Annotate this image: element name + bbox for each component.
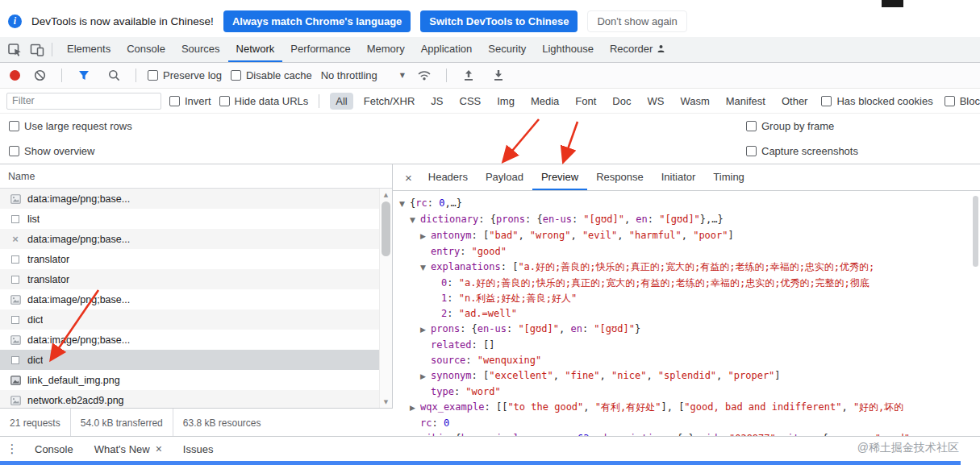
tab-security[interactable]: Security (480, 37, 534, 62)
request-row-dict[interactable]: dict (0, 309, 392, 330)
expand-arrow-icon[interactable]: ▶ (420, 369, 431, 384)
invert-checkbox[interactable]: Invert (169, 95, 211, 107)
device-toolbar-icon[interactable] (27, 39, 48, 60)
capture-screenshots-checkbox[interactable]: Capture screenshots (746, 145, 858, 157)
detail-tab-headers[interactable]: Headers (419, 164, 477, 190)
filter-type-wasm[interactable]: Wasm (674, 93, 715, 110)
export-har-icon[interactable] (488, 65, 509, 86)
image-icon (10, 396, 21, 405)
preserve-log-checkbox[interactable]: Preserve log (148, 69, 222, 81)
request-list-scrollbar[interactable]: ▲ ▼ (379, 189, 392, 408)
filter-type-doc[interactable]: Doc (607, 93, 636, 110)
expand-arrow-icon[interactable]: ▶ (420, 229, 431, 244)
tab-lighthouse[interactable]: Lighthouse (534, 37, 602, 62)
tab-network[interactable]: Network (228, 37, 283, 62)
expand-arrow-icon[interactable]: ▶ (410, 401, 420, 416)
tab-application[interactable]: Application (413, 37, 481, 62)
close-icon[interactable]: × (405, 172, 412, 184)
preview-tree-line[interactable]: 0: "a.好的;善良的;快乐的;真正的;宽大的;有益的;老练的;幸福的;忠实的… (399, 276, 980, 291)
always-match-language-button[interactable]: Always match Chrome's language (223, 10, 411, 32)
drawer-tab-issues[interactable]: Issues (173, 437, 224, 461)
preview-tree-line[interactable]: 2: "ad.=well" (399, 306, 980, 322)
show-overview-checkbox[interactable]: Show overview (9, 145, 94, 157)
filter-type-fetch-xhr[interactable]: Fetch/XHR (358, 93, 421, 110)
preview-tree-line[interactable]: 1: "n.利益;好处;善良;好人" (399, 291, 980, 306)
filter-type-font[interactable]: Font (569, 93, 602, 110)
close-icon[interactable]: × (156, 443, 162, 455)
filter-type-media[interactable]: Media (525, 93, 565, 110)
detail-tab-payload[interactable]: Payload (477, 164, 532, 190)
name-column-header[interactable]: Name (0, 164, 392, 189)
network-conditions-icon[interactable] (414, 65, 435, 86)
detail-tab-response[interactable]: Response (587, 164, 653, 190)
blocked-requests-checkbox[interactable]: Blocked R (945, 95, 980, 107)
tab-performance[interactable]: Performance (282, 37, 358, 62)
preview-tree-line[interactable]: ▼{rc: 0,…} (399, 196, 980, 212)
preview-tree-line[interactable]: ▶prons: {en-us: "[gʊd]", en: "[gʊd]"} (399, 322, 980, 338)
preview-tree-line[interactable]: entry: "good" (399, 244, 980, 259)
request-row-data-image-png-base[interactable]: data:image/png;base... (0, 289, 392, 309)
request-row-list[interactable]: list (0, 209, 392, 229)
scrollbar-thumb[interactable] (382, 201, 390, 256)
request-row-data-image-png-base[interactable]: data:image/png;base... (0, 189, 392, 209)
preview-tree-line[interactable]: ▼dictionary: {prons: {en-us: "[gʊd]", en… (399, 212, 980, 228)
preview-tree-line[interactable]: type: "word" (399, 384, 980, 400)
has-blocked-cookies-checkbox[interactable]: Has blocked cookies (821, 95, 932, 107)
request-row-dict[interactable]: dict (0, 350, 392, 370)
drawer-tab-console[interactable]: Console (24, 437, 84, 461)
detail-tab-timing[interactable]: Timing (704, 164, 753, 190)
import-har-icon[interactable] (458, 65, 479, 86)
filter-type-manifest[interactable]: Manifest (720, 93, 771, 110)
preview-tree-line[interactable]: rc: 0 (399, 416, 980, 431)
filter-input[interactable] (6, 93, 161, 110)
clear-icon[interactable] (29, 65, 50, 86)
request-row-link-default-img-png[interactable]: link_default_img.png (0, 370, 392, 390)
filter-type-all[interactable]: All (330, 93, 352, 110)
drawer-tab-what-s-new[interactable]: What's New× (84, 437, 173, 461)
expand-arrow-icon[interactable]: ▶ (420, 322, 431, 338)
filter-type-other[interactable]: Other (776, 93, 814, 110)
collapse-arrow-icon[interactable]: ▼ (420, 260, 431, 276)
record-button[interactable] (10, 70, 20, 81)
request-row-network-eb2acd9-png[interactable]: network.eb2acd9.png (0, 390, 392, 408)
group-by-frame-checkbox[interactable]: Group by frame (746, 120, 834, 132)
filter-type-js[interactable]: JS (425, 93, 448, 110)
switch-devtools-chinese-button[interactable]: Switch DevTools to Chinese (420, 10, 578, 32)
tab-recorder[interactable]: Recorder (602, 37, 673, 62)
kebab-menu-icon[interactable]: ⋮ (0, 442, 24, 456)
preview-tree-line[interactable]: ▼explanations: ["a.好的;善良的;快乐的;真正的;宽大的;有益… (399, 259, 980, 276)
tab-sources[interactable]: Sources (173, 37, 228, 62)
disable-cache-checkbox[interactable]: Disable cache (231, 69, 312, 81)
inspect-element-icon[interactable] (4, 39, 25, 60)
json-key: en (636, 214, 647, 225)
scroll-down-icon[interactable]: ▼ (380, 396, 392, 407)
preview-tree-line[interactable]: source: "wenquxing" (399, 353, 980, 368)
scroll-up-icon[interactable]: ▲ (380, 189, 392, 200)
request-row-translator[interactable]: translator (0, 269, 392, 289)
request-row-data-image-png-base[interactable]: ×data:image/png;base... (0, 229, 392, 249)
preview-tree-line[interactable]: ▶wqx_example: [["to the good", "有利,有好处"]… (399, 400, 980, 416)
search-icon[interactable] (103, 65, 124, 86)
request-row-translator[interactable]: translator (0, 249, 392, 269)
preview-tree-line[interactable]: related: [] (399, 338, 980, 353)
throttling-dropdown[interactable]: No throttling ▼ (321, 69, 405, 81)
collapse-arrow-icon[interactable]: ▼ (399, 197, 410, 212)
preview-scrollbar[interactable] (972, 194, 979, 436)
filter-type-css[interactable]: CSS (454, 93, 487, 110)
dont-show-again-button[interactable]: Don't show again (587, 10, 686, 32)
detail-tab-preview[interactable]: Preview (532, 164, 587, 190)
tab-memory[interactable]: Memory (359, 37, 413, 62)
tab-elements[interactable]: Elements (59, 37, 119, 62)
hide-data-urls-checkbox[interactable]: Hide data URLs (219, 95, 309, 107)
request-row-data-image-png-base[interactable]: data:image/png;base... (0, 330, 392, 350)
detail-tab-initiator[interactable]: Initiator (653, 164, 705, 190)
use-large-request-rows-checkbox[interactable]: Use large request rows (9, 120, 132, 132)
filter-icon[interactable] (73, 65, 94, 86)
preview-tree-line[interactable]: ▶synonym: ["excellent", "fine", "nice", … (399, 368, 980, 384)
tab-console[interactable]: Console (119, 37, 173, 62)
scrollbar-thumb[interactable] (973, 196, 978, 267)
preview-tree-line[interactable]: ▶antonym: ["bad", "wrong", "evil", "harm… (399, 228, 980, 244)
filter-type-ws[interactable]: WS (641, 93, 669, 110)
filter-type-img[interactable]: Img (491, 93, 520, 110)
collapse-arrow-icon[interactable]: ▼ (410, 213, 420, 228)
